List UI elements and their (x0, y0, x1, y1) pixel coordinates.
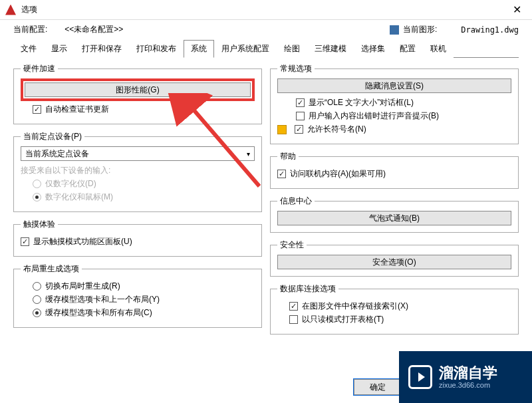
pointing-device-value: 当前系统定点设备 (25, 148, 89, 160)
group-help: 帮助 访问联机内容(A)(如果可用) (270, 151, 519, 189)
digitizer-mouse-label: 数字化仪和鼠标(M) (45, 192, 113, 203)
hidden-message-settings-button[interactable]: 隐藏消息设置(S) (277, 78, 511, 93)
group-security-label: 安全性 (277, 239, 307, 251)
tab-draw[interactable]: 绘图 (277, 40, 307, 58)
cache-last-radio[interactable] (33, 295, 41, 304)
group-pointing-device-label: 当前定点设备(P) (21, 131, 84, 142)
group-touch: 触摸体验 显示触摸模式功能区面板(U) (13, 219, 262, 257)
access-online-content-label: 访问联机内容(A)(如果可用) (290, 168, 386, 180)
save-link-index-label: 在图形文件中保存链接索引(X) (302, 301, 408, 312)
allow-long-names-label: 允许长符号名(N) (307, 124, 366, 135)
digitizer-only-radio (33, 180, 41, 188)
app-icon (5, 5, 16, 15)
group-database: 数据库连接选项 在图形文件中保存链接索引(X) 以只读模式打开表格(T) (270, 283, 519, 335)
group-security: 安全性 安全选项(O) (270, 239, 519, 277)
dwg-icon (277, 125, 287, 134)
play-icon (408, 365, 432, 389)
group-hardware-accel-label: 硬件加速 (21, 63, 58, 74)
titlebar: 选项 ✕ (0, 0, 532, 20)
group-general: 常规选项 隐藏消息设置(S) 显示“OLE 文字大小”对话框(L) 用户输入内容… (270, 63, 519, 144)
show-ole-dialog-label: 显示“OLE 文字大小”对话框(L) (309, 97, 414, 108)
tab-print[interactable]: 打印和发布 (129, 40, 184, 58)
window-title: 选项 (21, 4, 507, 15)
show-touch-panel-checkbox[interactable] (21, 237, 29, 246)
group-pointing-device: 当前定点设备(P) 当前系统定点设备 ▾ 接受来自以下设备的输入: 仅数字化仪(… (13, 131, 262, 212)
tab-opensave[interactable]: 打开和保存 (74, 40, 129, 58)
access-online-content-checkbox[interactable] (277, 170, 286, 178)
regen-switch-label: 切换布局时重生成(R) (45, 281, 120, 292)
group-layout-regen-label: 布局重生成选项 (21, 263, 82, 275)
accept-input-label: 接受来自以下设备的输入: (21, 165, 110, 176)
tab-3d[interactable]: 三维建模 (307, 40, 354, 58)
cache-all-label: 缓存模型选项卡和所有布局(C) (45, 307, 152, 319)
profile-label: 当前配置: (13, 24, 47, 35)
content: 硬件加速 图形性能(G) 自动检查证书更新 当前定点设备(P) 当前系统定点设备… (0, 58, 532, 341)
auto-check-certificate-checkbox[interactable] (33, 105, 41, 114)
security-options-button[interactable]: 安全选项(O) (277, 255, 511, 269)
watermark-url: zixue.3d66.com (439, 381, 497, 389)
cache-all-radio[interactable] (33, 309, 41, 317)
watermark: 溜溜自学 zixue.3d66.com (399, 351, 532, 403)
info-row: 当前配置: <<未命名配置>> 当前图形: Drawing1.dwg (0, 20, 532, 39)
right-column: 常规选项 隐藏消息设置(S) 显示“OLE 文字大小”对话框(L) 用户输入内容… (270, 63, 519, 341)
digitizer-only-label: 仅数字化仪(D) (45, 178, 96, 190)
group-touch-label: 触摸体验 (21, 219, 58, 230)
tabs: 文件 显示 打开和保存 打印和发布 系统 用户系统配置 绘图 三维建模 选择集 … (13, 39, 519, 58)
highlight-box: 图形性能(G) (21, 78, 255, 101)
save-link-index-checkbox[interactable] (289, 302, 298, 311)
tab-online[interactable]: 联机 (423, 40, 454, 58)
tab-profiles[interactable]: 配置 (392, 40, 423, 58)
tab-display[interactable]: 显示 (44, 40, 74, 58)
close-icon[interactable]: ✕ (507, 3, 527, 16)
pointing-device-select[interactable]: 当前系统定点设备 ▾ (21, 146, 255, 161)
group-database-label: 数据库连接选项 (277, 283, 338, 295)
group-infocenter: 信息中心 气泡式通知(B) (270, 196, 519, 233)
group-general-label: 常规选项 (277, 63, 315, 74)
ok-button[interactable]: 确定 (354, 379, 402, 395)
drawing-value: Drawing1.dwg (461, 25, 519, 35)
left-column: 硬件加速 图形性能(G) 自动检查证书更新 当前定点设备(P) 当前系统定点设备… (13, 63, 262, 341)
watermark-text: 溜溜自学 (439, 365, 497, 381)
group-hardware-accel: 硬件加速 图形性能(G) 自动检查证书更新 (13, 63, 262, 124)
open-readonly-checkbox[interactable] (289, 315, 298, 324)
group-help-label: 帮助 (277, 151, 299, 162)
chevron-down-icon: ▾ (247, 150, 250, 158)
regen-switch-radio[interactable] (33, 282, 41, 291)
drawing-icon (390, 25, 399, 35)
drawing-label: 当前图形: (403, 24, 437, 35)
balloon-notify-button[interactable]: 气泡式通知(B) (277, 211, 511, 225)
tab-user[interactable]: 用户系统配置 (214, 40, 277, 58)
show-touch-panel-label: 显示触摸模式功能区面板(U) (33, 236, 132, 247)
graphics-performance-button[interactable]: 图形性能(G) (25, 82, 251, 97)
show-ole-dialog-checkbox[interactable] (296, 98, 305, 107)
open-readonly-label: 以只读模式打开表格(T) (302, 314, 384, 325)
profile-value: <<未命名配置>> (65, 24, 123, 35)
allow-long-names-checkbox[interactable] (295, 125, 303, 134)
beep-on-error-checkbox[interactable] (296, 112, 305, 120)
digitizer-mouse-radio (33, 193, 41, 202)
beep-on-error-label: 用户输入内容出错时进行声音提示(B) (309, 110, 439, 122)
group-layout-regen: 布局重生成选项 切换布局时重生成(R) 缓存模型选项卡和上一个布局(Y) 缓存模… (13, 263, 262, 328)
tab-select[interactable]: 选择集 (354, 40, 392, 58)
auto-check-certificate-label: 自动检查证书更新 (45, 104, 109, 115)
tab-file[interactable]: 文件 (13, 40, 44, 58)
group-infocenter-label: 信息中心 (277, 196, 315, 207)
tab-system[interactable]: 系统 (184, 40, 214, 58)
cache-last-label: 缓存模型选项卡和上一个布局(Y) (45, 294, 160, 305)
